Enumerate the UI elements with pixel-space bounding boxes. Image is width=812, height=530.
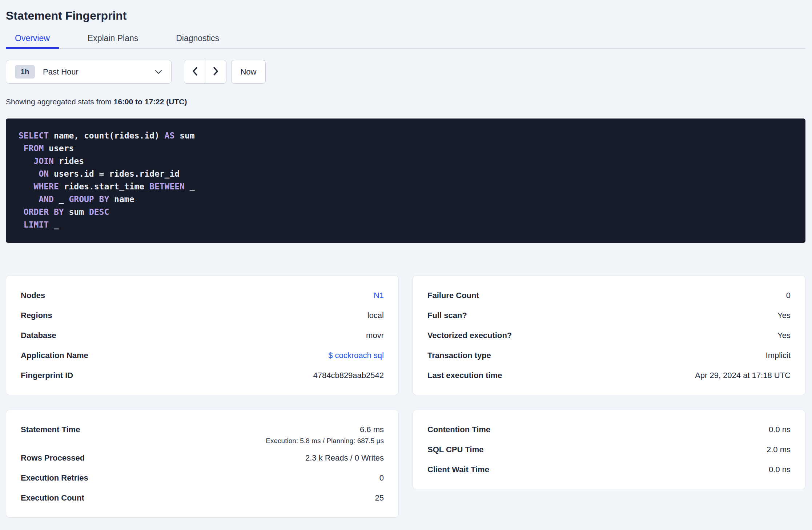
sql-text: _ xyxy=(49,220,59,229)
sql-text xyxy=(19,156,34,166)
stat-label: Execution Count xyxy=(21,493,84,503)
stat-row: Contention Time0.0 ns xyxy=(427,419,791,439)
sql-text: sum xyxy=(64,207,89,217)
stat-value: Yes xyxy=(777,311,791,320)
stat-label: Last execution time xyxy=(427,371,502,380)
wait-timing-card: Contention Time0.0 nsSQL CPU Time2.0 msC… xyxy=(413,410,805,489)
sql-text xyxy=(19,169,39,178)
chevron-down-icon xyxy=(155,70,162,74)
sql-line: ON users.id = rides.rider_id xyxy=(19,168,805,180)
sql-text xyxy=(19,207,24,217)
stat-value: Apr 29, 2024 at 17:18 UTC xyxy=(695,371,791,380)
overview-cards-row: NodesN1RegionslocalDatabasemovrApplicati… xyxy=(6,276,805,395)
stat-value-link[interactable]: $ cockroach sql xyxy=(328,351,384,360)
sql-keyword: LIMIT xyxy=(24,220,49,229)
stat-label: Database xyxy=(21,331,56,340)
stat-row: Full scan?Yes xyxy=(427,305,791,325)
stat-label: Full scan? xyxy=(427,311,467,320)
stat-label: Application Name xyxy=(21,351,88,360)
stat-row: Regionslocal xyxy=(21,305,384,325)
sql-text xyxy=(19,182,34,191)
sql-line: ORDER BY sum DESC xyxy=(19,206,805,218)
sql-text xyxy=(19,194,39,204)
stat-label: Rows Processed xyxy=(21,453,85,463)
stat-label: SQL CPU Time xyxy=(427,445,483,454)
sql-keyword: AS xyxy=(165,131,175,140)
stat-value: movr xyxy=(366,331,384,340)
sql-line: WHERE rides.start_time BETWEEN _ xyxy=(19,180,805,193)
stat-value: 0 xyxy=(786,291,791,300)
sql-line: FROM users xyxy=(19,142,805,155)
sql-keyword: GROUP BY xyxy=(69,194,109,204)
stat-label: Vectorized execution? xyxy=(427,331,512,340)
time-range-badge: 1h xyxy=(15,65,35,79)
stat-value: 0 xyxy=(379,473,384,483)
stat-value: 6.6 ms xyxy=(360,425,384,434)
sql-keyword: FROM xyxy=(24,144,44,153)
execution-attributes-card: Failure Count0Full scan?YesVectorized ex… xyxy=(413,276,805,395)
sql-line: AND _ GROUP BY name xyxy=(19,193,805,206)
sql-text: rides xyxy=(54,156,84,166)
sql-text: users.id = rides.rider_id xyxy=(49,169,180,178)
stat-label: Fingerprint ID xyxy=(21,371,73,380)
time-range-select[interactable]: 1h Past Hour xyxy=(6,60,172,84)
stat-label: Failure Count xyxy=(427,291,479,300)
stat-label: Contention Time xyxy=(427,425,490,434)
stat-row: Client Wait Time0.0 ns xyxy=(427,459,791,479)
stat-value: 2.3 k Reads / 0 Writes xyxy=(305,453,384,463)
stat-row: NodesN1 xyxy=(21,285,384,305)
stat-subvalue: Execution: 5.8 ms / Planning: 687.5 µs xyxy=(21,437,384,448)
chevron-right-icon xyxy=(213,66,219,78)
stat-label: Transaction type xyxy=(427,351,491,360)
stat-value: Implicit xyxy=(766,351,791,360)
sql-text: _ xyxy=(54,194,69,204)
stat-row: Execution Count25 xyxy=(21,488,384,508)
statement-timing-card: Statement Time6.6 msExecution: 5.8 ms / … xyxy=(6,410,399,518)
stat-row: Rows Processed2.3 k Reads / 0 Writes xyxy=(21,448,384,468)
stat-row: Application Name$ cockroach sql xyxy=(21,345,384,365)
stat-label: Regions xyxy=(21,311,52,320)
prev-time-button[interactable] xyxy=(184,60,205,83)
chevron-left-icon xyxy=(192,66,198,78)
stat-label: Client Wait Time xyxy=(427,465,489,474)
sql-line: SELECT name, count(rides.id) AS sum xyxy=(19,129,805,142)
stat-row: SQL CPU Time2.0 ms xyxy=(427,439,791,459)
stat-label: Nodes xyxy=(21,291,45,300)
stat-value: 0.0 ns xyxy=(769,425,791,434)
stat-row: Databasemovr xyxy=(21,325,384,345)
tab-bar: Overview Explain Plans Diagnostics xyxy=(6,33,805,49)
aggregated-stats-line: Showing aggregated stats from 16:00 to 1… xyxy=(6,97,805,106)
sql-keyword: WHERE xyxy=(34,182,59,191)
tab-explain-plans[interactable]: Explain Plans xyxy=(79,33,147,49)
next-time-button[interactable] xyxy=(205,60,226,83)
sql-text: users xyxy=(44,144,74,153)
tab-overview[interactable]: Overview xyxy=(6,33,59,49)
sql-keyword: ORDER BY xyxy=(24,207,64,217)
tab-diagnostics[interactable]: Diagnostics xyxy=(167,33,228,49)
time-step-buttons xyxy=(184,60,226,84)
sql-text xyxy=(19,144,24,153)
stat-row: Execution Retries0 xyxy=(21,468,384,488)
sql-line: JOIN rides xyxy=(19,155,805,168)
sql-text xyxy=(19,220,24,229)
stat-value-link[interactable]: N1 xyxy=(374,291,384,300)
now-button[interactable]: Now xyxy=(231,60,266,84)
sql-keyword: BETWEEN xyxy=(149,182,185,191)
statement-details-card: NodesN1RegionslocalDatabasemovrApplicati… xyxy=(6,276,399,395)
sql-text: name xyxy=(109,194,134,204)
stat-row: Fingerprint ID4784cb829aab2542 xyxy=(21,365,384,385)
stat-value: 4784cb829aab2542 xyxy=(313,371,384,380)
aggregated-stats-range: 16:00 to 17:22 (UTC) xyxy=(114,97,187,106)
statement-fingerprint-page: Statement Fingerprint Overview Explain P… xyxy=(0,9,812,518)
sql-keyword: ON xyxy=(39,169,49,178)
sql-keyword: DESC xyxy=(89,207,109,217)
sql-text: rides.start_time xyxy=(59,182,149,191)
stat-row: Failure Count0 xyxy=(427,285,791,305)
stat-value: 0.0 ns xyxy=(769,465,791,474)
stat-value: Yes xyxy=(777,331,791,340)
stat-row: Transaction typeImplicit xyxy=(427,345,791,365)
stat-row: Last execution timeApr 29, 2024 at 17:18… xyxy=(427,365,791,385)
sql-line: LIMIT _ xyxy=(19,218,805,231)
stat-value: 2.0 ms xyxy=(767,445,791,454)
time-range-label: Past Hour xyxy=(43,67,155,77)
